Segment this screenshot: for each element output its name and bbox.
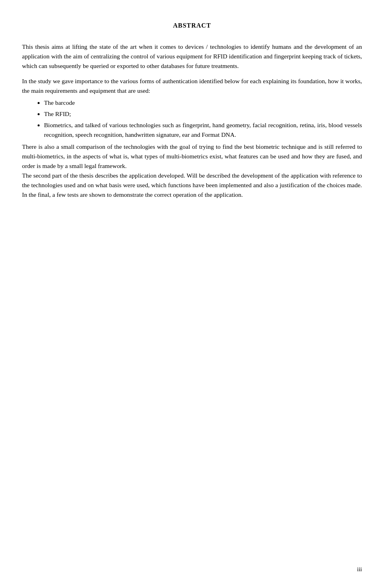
comparison-paragraph: There is also a small comparison of the … bbox=[22, 142, 362, 171]
bullet-item-1: The barcode bbox=[44, 98, 362, 108]
second-part-paragraph: The second part of the thesis describes … bbox=[22, 171, 362, 200]
intro-paragraph: This thesis aims at lifting the state of… bbox=[22, 42, 362, 71]
bullet-item-2: The RFID; bbox=[44, 109, 362, 119]
page-title: ABSTRACT bbox=[22, 22, 362, 29]
abstract-body: This thesis aims at lifting the state of… bbox=[22, 42, 362, 200]
bullet-item-3: Biometrics, and talked of various techno… bbox=[44, 120, 362, 140]
page-number: iii bbox=[357, 566, 362, 573]
bullet-list: The barcode The RFID; Biometrics, and ta… bbox=[44, 98, 362, 140]
study-paragraph: In the study we gave importance to the v… bbox=[22, 76, 362, 96]
page: ABSTRACT This thesis aims at lifting the… bbox=[0, 0, 384, 588]
